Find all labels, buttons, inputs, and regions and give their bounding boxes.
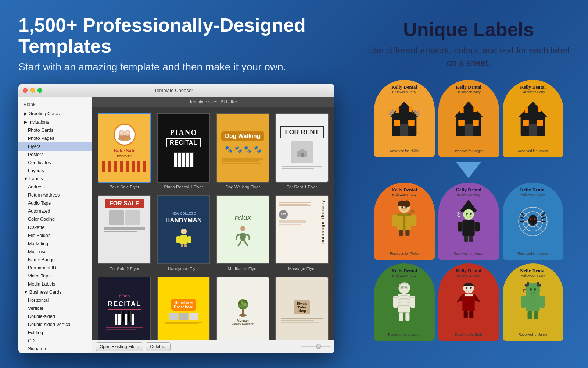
svg-point-88 <box>401 286 404 289</box>
template-handyman[interactable]: NEW COLLEGE HANDYMAN <box>157 195 210 271</box>
svg-rect-44 <box>529 124 537 136</box>
label-card-1-3: Kelly Dental Halloween Party Reserved fo… <box>503 80 563 157</box>
sidebar-item-vertical[interactable]: Vertical <box>18 304 92 312</box>
sidebar-item-audio-tape[interactable]: Audio Tape <box>18 199 92 207</box>
template-meditation[interactable]: relax Medita <box>216 195 269 271</box>
sidebar-item-posters[interactable]: Posters <box>18 151 92 159</box>
svg-rect-45 <box>525 107 528 113</box>
svg-rect-55 <box>411 215 416 226</box>
template-label-bake-sale: Bake Sale Flyer <box>110 185 139 189</box>
template-label-dog-walking: Dog Walking Flyer <box>226 185 260 189</box>
label-card-1-1: Kelly Dental Halloween Party Reserved fo… <box>374 80 435 157</box>
sidebar-item-double-sided-vertical[interactable]: Double-sided Vertical <box>18 321 92 329</box>
sidebar-item-folding[interactable]: Folding <box>18 329 92 337</box>
sidebar-item-certificates[interactable]: Certificates <box>18 159 92 167</box>
svg-marker-59 <box>410 209 414 213</box>
template-piano1[interactable]: PIANO RECITAL <box>157 113 210 189</box>
template-preschool[interactable]: Sunshine Preschool <box>157 277 210 340</box>
sidebar-item-file-folder[interactable]: File Folder <box>18 231 92 240</box>
template-thumb-dog-walking: Dog Walking 🐾🐾 🐾🐾 <box>216 113 269 182</box>
svg-rect-94 <box>405 313 409 321</box>
svg-rect-48 <box>401 208 407 209</box>
sidebar-item-marketing[interactable]: Marketing <box>18 240 92 248</box>
label-party-3: Halloween Party <box>521 90 545 94</box>
arrow-down <box>456 162 481 178</box>
svg-rect-56 <box>399 230 403 236</box>
svg-point-22 <box>238 304 241 307</box>
labels-row-3: Kelly Dental Halloween Party <box>374 263 563 341</box>
sidebar-item-flyers[interactable]: Flyers <box>18 142 92 151</box>
house-svg-1 <box>386 96 423 140</box>
svg-marker-27 <box>390 102 419 117</box>
sidebar-item-address[interactable]: Address <box>18 183 92 191</box>
sidebar-item-business-cards[interactable]: ▼ Business Cards <box>18 288 92 296</box>
template-label-meditation: Meditation Flyer <box>228 266 258 271</box>
sidebar: Blank ▶ Greeting Cards ▶ Invitations Pho… <box>18 97 92 353</box>
sidebar-blank[interactable]: Blank <box>18 99 92 109</box>
svg-rect-69 <box>464 236 468 242</box>
svg-rect-32 <box>409 106 412 112</box>
template-for-sale[interactable]: FOR SALE <box>98 195 151 271</box>
label-kelly-5: Kelly Dental <box>456 187 481 193</box>
sidebar-item-invitations[interactable]: ▶ Invitations <box>18 118 92 126</box>
sidebar-item-name-badge[interactable]: Name Badge <box>18 256 92 264</box>
template-dog-walking[interactable]: Dog Walking 🐾🐾 🐾🐾 <box>216 113 269 189</box>
template-thumb-meditation: relax <box>216 195 269 264</box>
template-massage[interactable]: massage therapy $25 <box>275 195 329 271</box>
sidebar-item-automated[interactable]: Automated <box>18 207 92 215</box>
template-tailor[interactable]: Elma's Tailor Shop <box>275 277 329 340</box>
label-reserved-3-3: Reserved for Jamie <box>519 333 547 336</box>
svg-rect-1 <box>119 135 130 139</box>
sidebar-item-double-sided[interactable]: Double-sided <box>18 312 92 321</box>
sidebar-item-layouts[interactable]: Layouts <box>18 167 92 175</box>
sidebar-item-multi-use[interactable]: Multi-use <box>18 248 92 256</box>
svg-rect-70 <box>469 236 473 242</box>
sidebar-item-diskette[interactable]: Diskette <box>18 223 92 231</box>
label-reserved-1-2: Reserved for Megan <box>453 149 484 153</box>
svg-rect-28 <box>394 120 400 126</box>
svg-rect-67 <box>458 222 462 232</box>
zoom-slider[interactable] <box>301 346 331 347</box>
sidebar-item-greeting-cards[interactable]: ▶ Greeting Cards <box>18 109 92 118</box>
sidebar-item-photo-pages[interactable]: Photo Pages <box>18 134 92 142</box>
template-reunion[interactable]: Morgan Family Reunion Reunion Flyer <box>216 277 269 340</box>
sidebar-item-photo-cards[interactable]: Photo Cards <box>18 126 92 134</box>
svg-rect-108 <box>526 294 540 311</box>
sidebar-item-labels[interactable]: ▼ Labels <box>18 175 92 183</box>
right-desc: Use different artwork, colors, and text … <box>368 44 570 69</box>
template-piano2[interactable]: piano RECITAL <box>98 277 151 340</box>
content-header: Template size: US Letter <box>92 97 334 107</box>
mac-bottom-bar: Open Existing File... Delete... <box>92 340 334 353</box>
slider-thumb <box>316 344 321 349</box>
sidebar-item-signature[interactable]: Signature <box>18 345 92 353</box>
svg-point-80 <box>534 218 535 220</box>
sidebar-item-media-labels[interactable]: Media Labels <box>18 280 92 288</box>
labels-container: Kelly Dental Halloween Party Reserved fo… <box>374 80 563 341</box>
label-party-1: Halloween Party <box>392 90 416 94</box>
vampire-svg <box>450 279 487 323</box>
template-bake-sale[interactable]: Bake Sale fundraiser Bake Sale Flyer <box>98 113 151 189</box>
sidebar-item-permanent-id[interactable]: Permanent ID <box>18 264 92 272</box>
svg-line-81 <box>521 213 524 216</box>
label-card-2-2: Kelly Dental Halloween Party <box>438 183 499 260</box>
svg-rect-110 <box>540 296 545 308</box>
label-reserved-2-2: Reserved for Megan <box>453 252 484 255</box>
svg-rect-42 <box>523 120 529 126</box>
svg-rect-114 <box>534 311 538 319</box>
template-for-rent[interactable]: FOR RENT For Rent 1 Flyer <box>275 113 329 189</box>
sidebar-item-video-tape[interactable]: Video Tape <box>18 272 92 280</box>
svg-point-78 <box>528 215 537 226</box>
svg-point-97 <box>470 287 471 289</box>
svg-rect-111 <box>527 282 529 286</box>
label-reserved-2-1: Reserved for Phillip <box>390 252 419 255</box>
svg-rect-29 <box>408 120 415 126</box>
open-existing-button[interactable]: Open Existing File... <box>96 342 143 351</box>
sidebar-item-horizontal[interactable]: Horizontal <box>18 296 92 304</box>
template-label-massage: Massage Flyer <box>288 266 316 271</box>
svg-rect-68 <box>475 222 480 232</box>
sidebar-item-return-address[interactable]: Return Address <box>18 191 92 199</box>
sidebar-item-color-coding[interactable]: Color Coding <box>18 215 92 223</box>
sidebar-item-cd[interactable]: CD <box>18 337 92 345</box>
delete-button[interactable]: Delete... <box>146 342 171 351</box>
svg-rect-13 <box>181 244 183 247</box>
